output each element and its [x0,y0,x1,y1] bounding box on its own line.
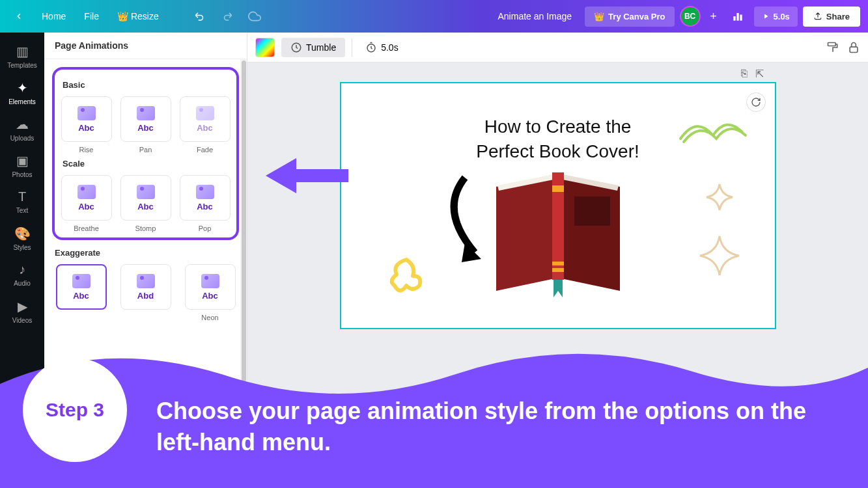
svg-rect-11 [574,197,610,226]
share-label: Share [826,12,850,21]
try-pro-label: Try Canva Pro [608,12,665,21]
uploads-icon: ☁ [16,116,29,132]
top-bar: Home File 👑 Resize Animate an Image 👑 Tr… [0,0,868,33]
file-button[interactable]: File [77,7,105,25]
anim-tumble[interactable]: Abc [52,264,110,321]
book-illustration [483,161,633,304]
svg-rect-8 [552,185,564,192]
svg-rect-10 [552,268,564,272]
insights-button[interactable] [727,5,749,27]
flower-decoration [380,250,432,302]
anim-neon[interactable]: AbcNeon [181,264,239,321]
rail-label: Elements [8,98,36,105]
anim-rise[interactable]: AbcRise [60,96,113,154]
context-toolbar: Tumble 5.0s [247,33,868,62]
clock-icon [365,42,377,53]
timer-value: 5.0s [381,42,398,53]
rail-elements[interactable]: ✦Elements [0,74,44,111]
section-scale-title: Scale [63,159,231,169]
rail-label: Text [16,207,28,214]
redo-button[interactable] [216,5,238,27]
back-button[interactable] [8,5,30,27]
home-label: Home [42,11,66,21]
svg-rect-9 [552,262,564,265]
styles-icon: 🎨 [14,226,31,241]
svg-rect-2 [740,15,742,21]
paint-roller-icon[interactable] [826,41,839,54]
refresh-button[interactable] [746,92,766,112]
file-label: File [84,11,99,21]
videos-icon: ▶ [18,299,27,314]
photos-icon: ▣ [16,153,29,169]
avatar[interactable]: BC [680,6,701,27]
rail-label: Styles [13,244,31,251]
play-icon [762,12,770,20]
anim-pan[interactable]: AbcPan [119,96,172,154]
doc-title[interactable]: Animate an Image [497,11,572,21]
svg-rect-0 [733,16,735,21]
cloud-save-icon[interactable] [244,5,266,27]
design-canvas[interactable]: How to Create the Perfect Book Cover! [340,82,776,329]
timer-button[interactable]: 5.0s [359,42,398,53]
canvas-area: ⎘ ⇱ How to Create the Perfect Book Cover… [247,62,868,349]
rail-label: Uploads [10,135,35,142]
anim-item-2[interactable]: Abd [117,264,175,321]
rail-audio[interactable]: ♪Audio [0,256,44,293]
resize-button[interactable]: 👑 Resize [111,7,165,25]
svg-rect-1 [736,13,738,21]
duplicate-page-icon[interactable]: ⎘ [741,68,748,80]
rail-text[interactable]: TText [0,183,44,220]
highlight-box: Basic AbcRise AbcPan AbcFade Scale AbcBr… [52,67,239,240]
rail-styles[interactable]: 🎨Styles [0,220,44,256]
rail-label: Templates [7,62,37,69]
rail-label: Photos [12,171,32,178]
panel-title: Page Animations [44,33,247,59]
rail-templates[interactable]: ▥Templates [0,38,44,74]
scribble-decoration [677,109,749,148]
animate-icon [290,42,302,53]
anim-breathe[interactable]: AbcBreathe [60,175,113,232]
templates-icon: ▥ [16,44,29,59]
animation-button[interactable]: Tumble [281,38,345,57]
page-actions: ⎘ ⇱ [741,68,764,80]
section-basic-title: Basic [63,80,231,90]
animation-name: Tumble [306,42,336,53]
rail-label: Audio [14,280,31,287]
topbar-right: Animate an Image 👑 Try Canva Pro BC + 5.… [497,5,860,27]
try-pro-button[interactable]: 👑 Try Canva Pro [585,7,674,27]
anim-stomp[interactable]: AbcStomp [119,175,172,232]
upload-icon [813,12,822,21]
add-member-button[interactable]: + [706,6,721,27]
instruction-footer: Step 3 Choose your page animation style … [0,338,868,488]
rail-label: Videos [12,317,32,324]
sparkle-decoration [703,181,736,213]
present-button[interactable]: 5.0s [754,7,798,27]
rail-videos[interactable]: ▶Videos [0,293,44,329]
anim-pop[interactable]: AbcPop [178,175,231,232]
instruction-arrow [260,153,352,198]
color-picker[interactable] [255,38,275,57]
resize-label: Resize [131,11,159,21]
svg-rect-5 [828,42,836,46]
anim-fade[interactable]: AbcFade [178,96,231,154]
rail-photos[interactable]: ▣Photos [0,147,44,183]
home-button[interactable]: Home [35,7,72,25]
play-time: 5.0s [774,12,790,21]
step-badge: Step 3 [23,358,127,462]
step-label: Step 3 [46,399,104,421]
section-exaggerate-title: Exaggerate [55,248,239,258]
lock-icon[interactable] [847,41,860,54]
crown-icon: 👑 [594,12,604,21]
instruction-text: Choose your page animation style from th… [156,396,842,459]
crown-icon: 👑 [117,11,128,21]
audio-icon: ♪ [19,262,25,277]
topbar-left: Home File 👑 Resize [8,5,266,27]
text-icon: T [18,189,26,204]
refresh-icon [751,97,761,107]
rail-uploads[interactable]: ☁Uploads [0,111,44,147]
elements-icon: ✦ [17,80,28,96]
share-button[interactable]: Share [803,7,860,27]
new-page-icon[interactable]: ⇱ [755,68,764,80]
undo-button[interactable] [189,5,211,27]
sparkle-decoration [697,233,742,278]
